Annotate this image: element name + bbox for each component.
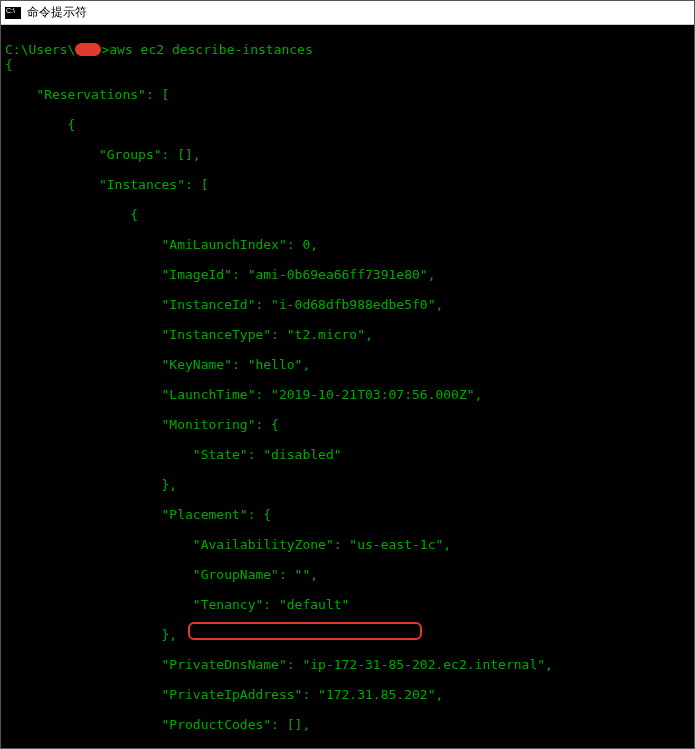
window-title: 命令提示符 — [27, 4, 87, 21]
output-line: "InstanceType": "t2.micro", — [5, 327, 690, 342]
cmd-icon — [5, 7, 21, 19]
user-redacted — [75, 43, 101, 56]
output-line: "GroupName": "", — [5, 567, 690, 582]
titlebar[interactable]: 命令提示符 — [1, 1, 694, 25]
output-line: "Tenancy": "default" — [5, 597, 690, 612]
output-line: "LaunchTime": "2019-10-21T03:07:56.000Z"… — [5, 387, 690, 402]
output-line: "Monitoring": { — [5, 417, 690, 432]
command-text: aws ec2 describe-instances — [109, 42, 313, 57]
output-line: { — [5, 117, 690, 132]
prompt-path-prefix: C:\Users\ — [5, 42, 75, 57]
output-line: "KeyName": "hello", — [5, 357, 690, 372]
output-line: "AmiLaunchIndex": 0, — [5, 237, 690, 252]
output-line: "InstanceId": "i-0d68dfb988edbe5f0", — [5, 297, 690, 312]
output-line: }, — [5, 627, 690, 642]
output-line: { — [5, 57, 690, 72]
output-line: "Groups": [], — [5, 147, 690, 162]
output-line: "Instances": [ — [5, 177, 690, 192]
output-line: "State": "disabled" — [5, 447, 690, 462]
terminal-viewport[interactable]: C:\Users\>aws ec2 describe-instances { "… — [1, 25, 694, 748]
output-line: "AvailabilityZone": "us-east-1c", — [5, 537, 690, 552]
output-line: "PrivateDnsName": "ip-172-31-85-202.ec2.… — [5, 657, 690, 672]
output-line: "Placement": { — [5, 507, 690, 522]
output-line: "ImageId": "ami-0b69ea66ff7391e80", — [5, 267, 690, 282]
output-line: "Reservations": [ — [5, 87, 690, 102]
window-frame: 命令提示符 C:\Users\>aws ec2 describe-instanc… — [0, 0, 695, 749]
output-line: "PublicDnsName": "ec2-18-233-8-137.compu… — [5, 747, 690, 748]
output-line: { — [5, 207, 690, 222]
prompt-line: C:\Users\>aws ec2 describe-instances — [5, 42, 313, 57]
output-line: }, — [5, 477, 690, 492]
output-line: "ProductCodes": [], — [5, 717, 690, 732]
output-line: "PrivateIpAddress": "172.31.85.202", — [5, 687, 690, 702]
